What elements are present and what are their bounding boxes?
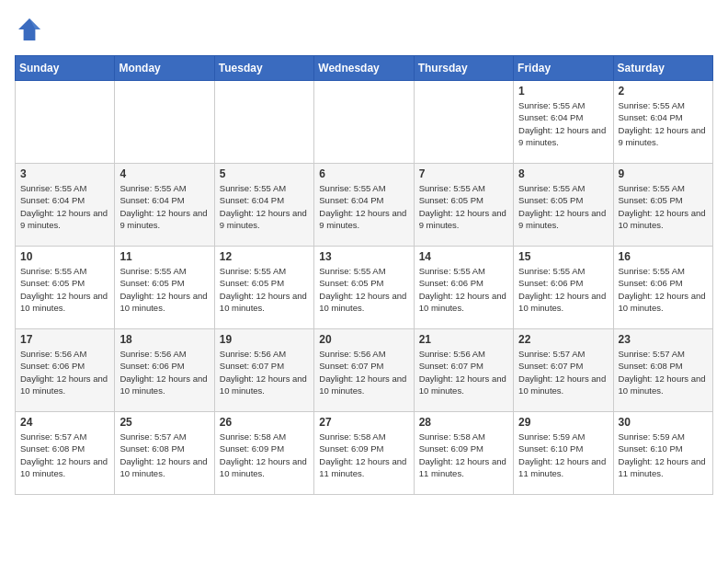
day-number: 4 bbox=[119, 167, 209, 180]
day-info: Sunrise: 5:55 AM Sunset: 6:06 PM Dayligh… bbox=[419, 265, 508, 314]
day-number: 12 bbox=[220, 250, 309, 263]
day-number: 6 bbox=[319, 167, 408, 180]
day-number: 8 bbox=[518, 167, 608, 180]
day-info: Sunrise: 5:57 AM Sunset: 6:08 PM Dayligh… bbox=[20, 431, 109, 479]
day-info: Sunrise: 5:56 AM Sunset: 6:07 PM Dayligh… bbox=[319, 348, 408, 396]
calendar-cell: 30Sunrise: 5:59 AM Sunset: 6:10 PM Dayli… bbox=[613, 412, 712, 495]
day-number: 30 bbox=[619, 416, 708, 429]
calendar-cell: 23Sunrise: 5:57 AM Sunset: 6:08 PM Dayli… bbox=[613, 329, 712, 412]
calendar-cell: 19Sunrise: 5:56 AM Sunset: 6:07 PM Dayli… bbox=[214, 329, 313, 412]
calendar-cell: 17Sunrise: 5:56 AM Sunset: 6:06 PM Dayli… bbox=[16, 329, 115, 412]
calendar-cell: 12Sunrise: 5:55 AM Sunset: 6:05 PM Dayli… bbox=[214, 247, 313, 329]
calendar-cell: 26Sunrise: 5:58 AM Sunset: 6:09 PM Dayli… bbox=[214, 412, 313, 495]
day-number: 16 bbox=[619, 250, 708, 263]
day-header-friday: Friday bbox=[514, 56, 613, 81]
day-info: Sunrise: 5:55 AM Sunset: 6:04 PM Dayligh… bbox=[20, 182, 109, 231]
logo bbox=[15, 15, 48, 44]
day-info: Sunrise: 5:56 AM Sunset: 6:07 PM Dayligh… bbox=[419, 348, 508, 396]
day-number: 25 bbox=[119, 416, 209, 429]
calendar-cell: 14Sunrise: 5:55 AM Sunset: 6:06 PM Dayli… bbox=[414, 247, 513, 329]
day-number: 13 bbox=[319, 250, 408, 263]
day-info: Sunrise: 5:58 AM Sunset: 6:09 PM Dayligh… bbox=[319, 431, 408, 479]
calendar-cell: 10Sunrise: 5:55 AM Sunset: 6:05 PM Dayli… bbox=[16, 247, 115, 329]
day-info: Sunrise: 5:56 AM Sunset: 6:06 PM Dayligh… bbox=[20, 348, 109, 396]
day-info: Sunrise: 5:57 AM Sunset: 6:08 PM Dayligh… bbox=[119, 431, 209, 479]
calendar-cell bbox=[314, 81, 414, 164]
day-info: Sunrise: 5:55 AM Sunset: 6:04 PM Dayligh… bbox=[119, 182, 209, 231]
day-info: Sunrise: 5:59 AM Sunset: 6:10 PM Dayligh… bbox=[619, 431, 708, 479]
calendar-cell: 18Sunrise: 5:56 AM Sunset: 6:06 PM Dayli… bbox=[115, 329, 214, 412]
day-number: 28 bbox=[419, 416, 508, 429]
day-info: Sunrise: 5:55 AM Sunset: 6:05 PM Dayligh… bbox=[220, 265, 309, 314]
day-number: 10 bbox=[20, 250, 109, 263]
day-info: Sunrise: 5:55 AM Sunset: 6:04 PM Dayligh… bbox=[619, 99, 708, 148]
calendar-cell: 7Sunrise: 5:55 AM Sunset: 6:05 PM Daylig… bbox=[414, 164, 513, 247]
day-header-tuesday: Tuesday bbox=[214, 56, 313, 81]
day-number: 26 bbox=[220, 416, 309, 429]
calendar-cell bbox=[214, 81, 313, 164]
calendar-cell: 1Sunrise: 5:55 AM Sunset: 6:04 PM Daylig… bbox=[514, 81, 613, 164]
calendar-cell: 9Sunrise: 5:55 AM Sunset: 6:05 PM Daylig… bbox=[613, 164, 712, 247]
day-header-thursday: Thursday bbox=[414, 56, 513, 81]
day-info: Sunrise: 5:55 AM Sunset: 6:05 PM Dayligh… bbox=[319, 265, 408, 314]
calendar-table: SundayMondayTuesdayWednesdayThursdayFrid… bbox=[15, 55, 713, 495]
day-header-saturday: Saturday bbox=[613, 56, 712, 81]
day-info: Sunrise: 5:55 AM Sunset: 6:05 PM Dayligh… bbox=[518, 182, 608, 231]
calendar-cell: 21Sunrise: 5:56 AM Sunset: 6:07 PM Dayli… bbox=[414, 329, 513, 412]
day-info: Sunrise: 5:55 AM Sunset: 6:05 PM Dayligh… bbox=[119, 265, 209, 314]
day-number: 24 bbox=[20, 416, 109, 429]
calendar-cell: 28Sunrise: 5:58 AM Sunset: 6:09 PM Dayli… bbox=[414, 412, 513, 495]
day-info: Sunrise: 5:55 AM Sunset: 6:04 PM Dayligh… bbox=[319, 182, 408, 231]
calendar-cell: 27Sunrise: 5:58 AM Sunset: 6:09 PM Dayli… bbox=[314, 412, 414, 495]
calendar-cell bbox=[414, 81, 513, 164]
day-number: 3 bbox=[20, 167, 109, 180]
day-info: Sunrise: 5:59 AM Sunset: 6:10 PM Dayligh… bbox=[518, 431, 608, 479]
day-info: Sunrise: 5:55 AM Sunset: 6:06 PM Dayligh… bbox=[518, 265, 608, 314]
day-number: 11 bbox=[119, 250, 209, 263]
day-info: Sunrise: 5:56 AM Sunset: 6:06 PM Dayligh… bbox=[119, 348, 209, 396]
calendar-cell: 5Sunrise: 5:55 AM Sunset: 6:04 PM Daylig… bbox=[214, 164, 313, 247]
day-info: Sunrise: 5:58 AM Sunset: 6:09 PM Dayligh… bbox=[419, 431, 508, 479]
day-header-monday: Monday bbox=[115, 56, 214, 81]
week-row-5: 24Sunrise: 5:57 AM Sunset: 6:08 PM Dayli… bbox=[16, 412, 713, 495]
day-number: 9 bbox=[619, 167, 708, 180]
calendar-cell bbox=[16, 81, 115, 164]
day-info: Sunrise: 5:58 AM Sunset: 6:09 PM Dayligh… bbox=[220, 431, 309, 479]
day-info: Sunrise: 5:55 AM Sunset: 6:04 PM Dayligh… bbox=[518, 99, 608, 148]
calendar-header-row: SundayMondayTuesdayWednesdayThursdayFrid… bbox=[16, 56, 713, 81]
week-row-1: 1Sunrise: 5:55 AM Sunset: 6:04 PM Daylig… bbox=[16, 81, 713, 164]
calendar-cell: 16Sunrise: 5:55 AM Sunset: 6:06 PM Dayli… bbox=[613, 247, 712, 329]
page-header bbox=[15, 15, 713, 44]
day-info: Sunrise: 5:55 AM Sunset: 6:05 PM Dayligh… bbox=[419, 182, 508, 231]
calendar-cell: 20Sunrise: 5:56 AM Sunset: 6:07 PM Dayli… bbox=[314, 329, 414, 412]
day-number: 7 bbox=[419, 167, 508, 180]
day-number: 2 bbox=[619, 85, 708, 98]
week-row-4: 17Sunrise: 5:56 AM Sunset: 6:06 PM Dayli… bbox=[16, 329, 713, 412]
calendar-cell: 11Sunrise: 5:55 AM Sunset: 6:05 PM Dayli… bbox=[115, 247, 214, 329]
day-number: 1 bbox=[518, 85, 608, 98]
calendar-cell: 24Sunrise: 5:57 AM Sunset: 6:08 PM Dayli… bbox=[16, 412, 115, 495]
day-number: 29 bbox=[518, 416, 608, 429]
calendar-cell: 22Sunrise: 5:57 AM Sunset: 6:07 PM Dayli… bbox=[514, 329, 613, 412]
day-info: Sunrise: 5:56 AM Sunset: 6:07 PM Dayligh… bbox=[220, 348, 309, 396]
week-row-3: 10Sunrise: 5:55 AM Sunset: 6:05 PM Dayli… bbox=[16, 247, 713, 329]
day-header-sunday: Sunday bbox=[16, 56, 115, 81]
day-number: 17 bbox=[20, 333, 109, 346]
day-info: Sunrise: 5:55 AM Sunset: 6:05 PM Dayligh… bbox=[619, 182, 708, 231]
calendar-cell: 15Sunrise: 5:55 AM Sunset: 6:06 PM Dayli… bbox=[514, 247, 613, 329]
day-info: Sunrise: 5:55 AM Sunset: 6:04 PM Dayligh… bbox=[220, 182, 309, 231]
logo-icon bbox=[15, 15, 44, 44]
calendar-cell: 29Sunrise: 5:59 AM Sunset: 6:10 PM Dayli… bbox=[514, 412, 613, 495]
day-number: 5 bbox=[220, 167, 309, 180]
calendar-cell: 8Sunrise: 5:55 AM Sunset: 6:05 PM Daylig… bbox=[514, 164, 613, 247]
day-number: 21 bbox=[419, 333, 508, 346]
day-info: Sunrise: 5:55 AM Sunset: 6:06 PM Dayligh… bbox=[619, 265, 708, 314]
day-number: 18 bbox=[119, 333, 209, 346]
week-row-2: 3Sunrise: 5:55 AM Sunset: 6:04 PM Daylig… bbox=[16, 164, 713, 247]
day-number: 22 bbox=[518, 333, 608, 346]
calendar-cell bbox=[115, 81, 214, 164]
day-info: Sunrise: 5:57 AM Sunset: 6:07 PM Dayligh… bbox=[518, 348, 608, 396]
day-number: 14 bbox=[419, 250, 508, 263]
day-info: Sunrise: 5:55 AM Sunset: 6:05 PM Dayligh… bbox=[20, 265, 109, 314]
calendar-cell: 2Sunrise: 5:55 AM Sunset: 6:04 PM Daylig… bbox=[613, 81, 712, 164]
